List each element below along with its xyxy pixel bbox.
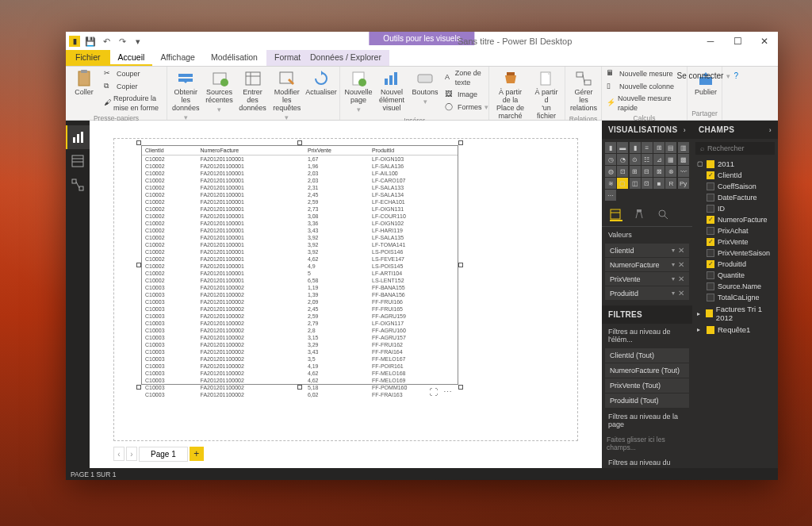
field-well-item[interactable]: NumeroFacture▾✕ [605,258,689,271]
checkbox[interactable] [707,294,714,301]
sign-in-link[interactable]: Se connecter ▾ ? [677,71,739,80]
table-row[interactable]: C10002FA2012011000013,08LF-COUR110 [142,213,458,220]
viz-type-icon[interactable]: ▦ [665,154,676,165]
viz-type-icon[interactable]: ▮ [630,142,641,153]
viz-type-icon[interactable]: ▮ [605,142,616,153]
checkbox[interactable] [707,182,714,190]
table-visual[interactable]: ClientIdNumeroFacturePrixVenteProduitId … [141,145,458,385]
maximize-button[interactable]: ☐ [724,33,751,50]
copy-button[interactable]: ⧉Copier [102,81,163,93]
field-item[interactable]: ID [692,203,778,214]
page-prev-button[interactable]: ‹ [113,447,124,461]
new-page-button[interactable]: Nouvelle page▾ [343,68,373,116]
from-file-button[interactable]: À partir d 'un fichier [531,68,561,122]
page-next-button[interactable]: › [126,447,137,461]
remove-icon[interactable]: ✕ [678,260,684,269]
checkbox[interactable] [707,194,714,202]
checkbox[interactable] [707,227,714,235]
format-pane-tab[interactable] [634,209,646,221]
viz-type-icon[interactable]: ⊟ [642,166,653,177]
viz-type-icon[interactable]: ⊗ [665,166,676,177]
table-row[interactable]: C10003FA2012011000021,19FF-BANA155 [142,284,458,291]
table-row[interactable]: C10002FA2012011000014,9LS-POIS145 [142,263,458,270]
enter-data-button[interactable]: Entrer des données [238,68,268,114]
viz-type-icon[interactable]: ⊡ [617,166,628,177]
table-row[interactable]: C10003FA2012011000021,39FF-BANA156 [142,291,458,298]
table-row[interactable]: C10003FA2012011000022,09FF-FRUI166 [142,298,458,305]
remove-icon[interactable]: ✕ [678,289,684,298]
viz-type-icon[interactable]: ▢ [617,178,628,189]
table-row[interactable]: C10002FA2012011000011,96LF-SALA136 [142,163,458,170]
filters-header[interactable]: FILTRES [602,305,692,324]
save-icon[interactable]: 💾 [85,36,96,47]
table-row[interactable]: C10002FA2012011000013,36LF-OIGN102 [142,220,458,227]
tab-view[interactable]: Affichage [152,50,203,66]
table-row[interactable]: C10002FA2012011000012,59LF-ECHA101 [142,198,458,205]
tab-data-explore[interactable]: Données / Explorer [302,50,389,66]
field-item[interactable]: DateFacture [692,192,778,203]
field-item[interactable]: PrixVenteSaison [692,248,778,259]
field-item[interactable]: Quantite [692,270,778,281]
new-measure-button[interactable]: 🖩Nouvelle mesure [605,68,684,80]
table-row[interactable]: C10003FA2012011000024,19FF-POIR161 [142,363,458,370]
field-item[interactable]: ClientId [692,170,778,181]
field-item[interactable]: TotalCaLigne [692,292,778,303]
redo-icon[interactable]: ↷ [117,36,128,47]
fields-panel-header[interactable]: CHAMPS› [692,121,778,139]
table-row[interactable]: C10002FA2012011000013,92LF-SALA135 [142,234,458,241]
field-item[interactable]: NumeroFacture [692,214,778,225]
image-button[interactable]: 🖼Image [443,89,490,101]
tab-home[interactable]: Accueil [110,50,153,66]
filter-item[interactable]: ClientId (Tout) [605,348,689,363]
viz-type-icon[interactable]: ≋ [605,178,616,189]
checkbox[interactable] [707,216,714,224]
close-button[interactable]: ✕ [751,33,778,50]
table-row[interactable]: C10003FA2012011000024,62FF-MELO168 [142,370,458,377]
table-row[interactable]: C10003FA2012011000023,15FF-AGRU157 [142,334,458,341]
viz-type-icon[interactable]: ⊙ [630,154,641,165]
field-item[interactable]: ProduitId [692,259,778,270]
more-options-icon[interactable]: ⋯ [443,387,454,398]
field-item[interactable]: PrixVente [692,236,778,248]
column-header[interactable]: ProduitId [369,146,458,155]
table-row[interactable]: C10002FA2012011000012,73LF-OIGN131 [142,205,458,213]
column-header[interactable]: ClientId [142,146,197,155]
fields-search[interactable]: ⌕Rechercher [695,142,775,155]
table-row[interactable]: C10002FA2012011000012,31LF-SALA133 [142,184,458,191]
viz-type-icon[interactable]: ⊠ [653,166,665,177]
table-row[interactable]: C10002FA2012011000013,92LF-TOMA141 [142,241,458,248]
report-view-button[interactable] [66,125,90,149]
viz-type-icon[interactable]: ▤ [665,142,676,153]
checkbox[interactable] [707,171,714,179]
table-row[interactable]: C10002FA2012011000012,03LF-CARO107 [142,177,458,184]
quick-measure-button[interactable]: ⚡Nouvelle mesure rapide [605,94,684,113]
table-row[interactable]: C10003FA2012011000023,5FF-MELO167 [142,355,458,363]
table-row[interactable]: C10002FA2012011000016,58LS-LENT152 [142,277,458,284]
fields-pane-tab[interactable] [610,209,622,221]
tab-modeling[interactable]: Modélisation [203,50,266,66]
table-row[interactable]: C10003FA2012011000025,18FF-POMM160 [142,384,458,391]
remove-icon[interactable]: ✕ [678,275,684,283]
viz-type-icon[interactable]: ■ [653,178,665,189]
page-tab-1[interactable]: Page 1 [139,447,188,462]
field-item[interactable]: PrixAchat [692,225,778,236]
table-row[interactable]: C10002FA2012011000015LF-ARTI104 [142,270,458,277]
viz-type-icon[interactable]: Py [678,178,689,189]
checkbox[interactable] [707,238,714,246]
field-well-item[interactable]: ClientId▾✕ [605,244,689,257]
report-canvas[interactable]: ClientIdNumeroFacturePrixVenteProduitId … [90,121,602,468]
viz-type-icon[interactable]: ⊞ [653,142,665,153]
model-view-button[interactable] [66,173,90,197]
new-column-button[interactable]: ▯Nouvelle colonne [605,81,684,93]
viz-type-icon[interactable]: ▥ [678,142,689,153]
table-row[interactable]: C10002FA2012011000011,67LF-OIGN103 [142,155,458,163]
viz-type-icon[interactable]: ≡ [642,142,653,153]
table-row[interactable]: C10003FA2012011000024,62FF-MELO169 [142,377,458,384]
checkbox[interactable] [707,205,714,213]
data-view-button[interactable] [66,149,90,173]
checkbox[interactable] [707,249,714,257]
viz-type-icon[interactable]: R [665,178,676,189]
field-item[interactable]: Source.Name [692,281,778,292]
field-item[interactable]: CoeffSaison [692,181,778,192]
paste-button[interactable]: Coller [69,68,99,98]
